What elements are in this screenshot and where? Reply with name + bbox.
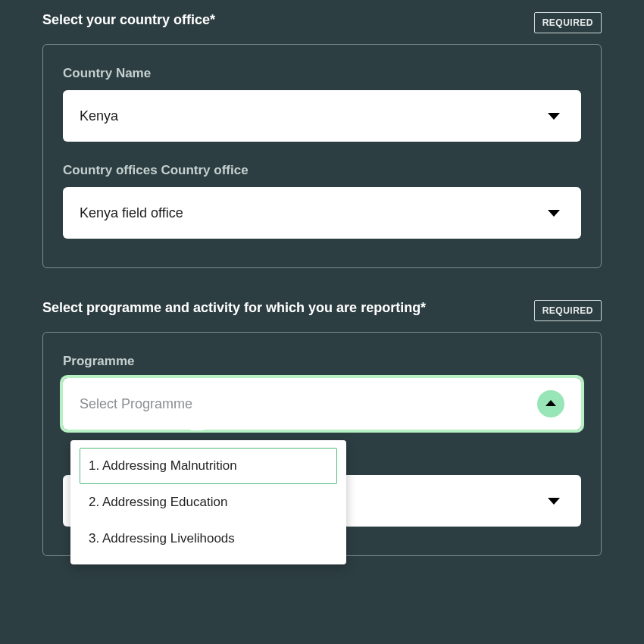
section-country-office: Select your country office* REQUIRED Cou…	[42, 12, 602, 268]
country-office-label: Country offices Country office	[63, 163, 581, 178]
section-programme-activity: Select programme and activity for which …	[42, 300, 602, 556]
country-office-value: Kenya field office	[80, 205, 548, 221]
required-badge: REQUIRED	[534, 300, 602, 321]
field-country-office: Country offices Country office Kenya fie…	[63, 163, 581, 239]
programme-option[interactable]: 1. Addressing Malnutrition	[80, 448, 337, 484]
section-header: Select programme and activity for which …	[42, 300, 602, 321]
country-office-select[interactable]: Kenya field office	[63, 187, 581, 239]
country-name-select[interactable]: Kenya	[63, 90, 581, 142]
section-title: Select your country office*	[42, 12, 215, 28]
field-country-name: Country Name Kenya	[63, 66, 581, 142]
panel-programme: Programme Select Programme 1. Addressing…	[42, 332, 602, 556]
programme-select[interactable]: Select Programme	[63, 378, 581, 430]
section-header: Select your country office* REQUIRED	[42, 12, 602, 33]
programme-dropdown-menu: 1. Addressing Malnutrition 2. Addressing…	[70, 440, 346, 564]
chevron-down-icon	[548, 498, 560, 505]
required-badge: REQUIRED	[534, 12, 602, 33]
country-name-value: Kenya	[80, 108, 548, 124]
country-name-label: Country Name	[63, 66, 581, 81]
dropdown-pointer-icon	[190, 424, 204, 430]
programme-option[interactable]: 2. Addressing Education	[80, 484, 337, 521]
section-title: Select programme and activity for which …	[42, 300, 426, 316]
programme-label: Programme	[63, 354, 581, 369]
panel-country-office: Country Name Kenya Country offices Count…	[42, 44, 602, 268]
programme-option[interactable]: 3. Addressing Livelihoods	[80, 521, 337, 557]
programme-placeholder: Select Programme	[80, 396, 537, 412]
chevron-up-icon	[537, 390, 564, 417]
field-programme: Programme Select Programme 1. Addressing…	[63, 354, 581, 430]
chevron-down-icon	[548, 113, 560, 120]
chevron-down-icon	[548, 210, 560, 217]
